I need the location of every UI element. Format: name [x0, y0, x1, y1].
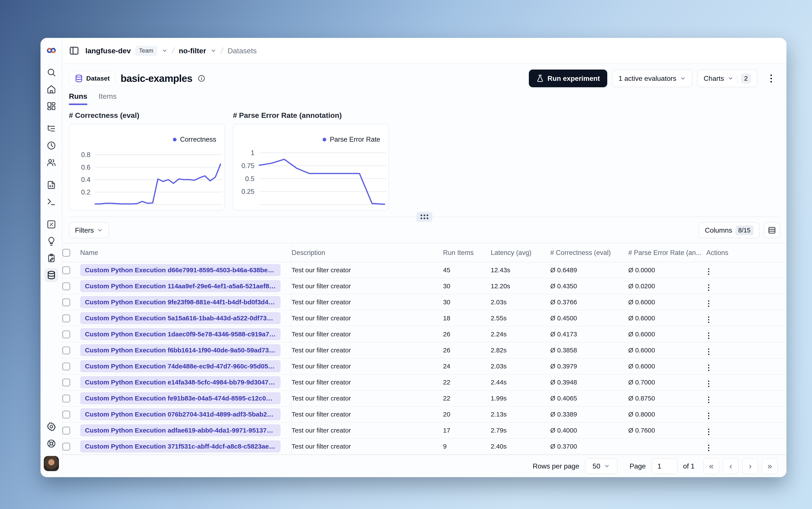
breadcrumb-project[interactable]: no-filter [179, 46, 206, 55]
row-checkbox[interactable] [62, 331, 70, 338]
sidebar-item-sessions[interactable] [44, 139, 58, 152]
sidebar-item-annotation[interactable] [44, 251, 58, 265]
breadcrumb: langfuse-dev Team / no-filter / Datasets [86, 46, 257, 56]
svg-text:0.2: 0.2 [81, 189, 91, 196]
desktop-background: langfuse-dev Team / no-filter / Datasets [0, 0, 812, 509]
first-page-button[interactable]: « [703, 458, 719, 474]
select-all-checkbox[interactable] [62, 249, 70, 257]
row-checkbox[interactable] [62, 314, 70, 322]
table-row: Custom Python Execution 74de488e-ec9d-47… [62, 358, 786, 374]
row-actions-kebab[interactable] [706, 267, 711, 277]
row-checkbox[interactable] [62, 299, 70, 306]
column-header-latency[interactable]: Latency (avg) [491, 243, 550, 262]
column-header-correctness[interactable]: # Correctness (eval) [550, 243, 628, 262]
run-name-link[interactable]: Custom Python Execution fe91b83e-04a5-47… [80, 392, 280, 404]
svg-text:0.8: 0.8 [81, 151, 91, 159]
run-items-count: 22 [443, 390, 491, 406]
sidebar-item-evaluators[interactable] [44, 217, 58, 231]
drag-handle[interactable] [416, 212, 433, 222]
chevron-down-icon[interactable] [210, 48, 216, 54]
row-checkbox[interactable] [62, 395, 70, 402]
charts-count-badge: 2 [741, 73, 751, 83]
row-actions-kebab[interactable] [706, 427, 711, 437]
run-name-link[interactable]: Custom Python Execution 1daec0f9-5e78-43… [80, 328, 280, 340]
run-parse-error: Ø 0.6000 [628, 326, 706, 342]
charts-dropdown[interactable]: Charts 2 [697, 70, 757, 87]
sidebar-item-search[interactable] [44, 65, 58, 79]
row-checkbox[interactable] [62, 282, 70, 290]
tab-runs[interactable]: Runs [69, 92, 87, 105]
sidebar-toggle-button[interactable] [69, 45, 79, 56]
row-checkbox[interactable] [62, 411, 70, 418]
columns-button[interactable]: Columns 8/15 [699, 222, 759, 238]
correctness-chart: 0.20.40.60.8 Correctness [69, 124, 225, 210]
page-number-input[interactable] [651, 458, 677, 474]
row-actions-kebab[interactable] [706, 363, 711, 373]
run-name-link[interactable]: Custom Python Execution e14fa348-5cfc-49… [80, 376, 280, 388]
run-name-link[interactable]: Custom Python Execution 5a15a616-1bab-44… [80, 312, 280, 324]
database-icon [74, 74, 83, 83]
column-header-description[interactable]: Description [292, 243, 443, 262]
sidebar-item-playground[interactable] [44, 195, 58, 209]
sidebar-item-home[interactable] [44, 82, 58, 96]
breadcrumb-org[interactable]: langfuse-dev [86, 46, 131, 55]
row-checkbox[interactable] [62, 443, 70, 450]
terminal-icon [46, 197, 56, 207]
run-parse-error: Ø 0.0000 [628, 262, 706, 278]
sidebar-item-dashboards[interactable] [44, 99, 58, 113]
columns-count-badge: 8/15 [735, 226, 753, 235]
row-checkbox[interactable] [62, 346, 70, 354]
run-name-link[interactable]: Custom Python Execution 114aa9ef-29e6-4e… [80, 280, 280, 292]
prev-page-button[interactable]: ‹ [723, 458, 739, 474]
panel-left-icon [69, 45, 79, 56]
column-header-run-items[interactable]: Run Items [443, 243, 491, 262]
row-height-button[interactable] [764, 222, 780, 238]
info-icon[interactable] [198, 74, 205, 82]
row-checkbox[interactable] [62, 427, 70, 435]
row-actions-kebab[interactable] [706, 395, 711, 405]
run-name-link[interactable]: Custom Python Execution 076b2704-341d-48… [80, 408, 280, 420]
row-checkbox[interactable] [62, 379, 70, 386]
next-page-button[interactable]: › [742, 458, 758, 474]
sidebar-item-datasets[interactable] [44, 268, 58, 282]
row-actions-kebab[interactable] [706, 315, 711, 325]
breadcrumb-section[interactable]: Datasets [228, 46, 257, 55]
chevron-down-icon[interactable] [162, 48, 168, 54]
column-header-name[interactable]: Name [80, 243, 292, 262]
langfuse-logo-icon[interactable] [46, 45, 57, 56]
row-actions-kebab[interactable] [706, 443, 711, 453]
rows-per-page-select[interactable]: 50 [585, 458, 617, 474]
row-actions-kebab[interactable] [706, 331, 711, 341]
table-row: Custom Python Execution e14fa348-5cfc-49… [62, 374, 786, 390]
run-name-link[interactable]: Custom Python Execution adfae619-abb0-4d… [80, 424, 280, 436]
row-actions-kebab[interactable] [706, 283, 711, 293]
run-experiment-button[interactable]: Run experiment [529, 70, 607, 87]
run-latency: 12.43s [491, 262, 550, 278]
run-name-link[interactable]: Custom Python Execution 9fe23f98-881e-44… [80, 296, 280, 308]
run-name-link[interactable]: Custom Python Execution 371f531c-abff-4d… [80, 440, 280, 452]
row-checkbox[interactable] [62, 363, 70, 370]
row-checkbox[interactable] [62, 266, 70, 274]
run-items-count: 20 [443, 406, 491, 422]
sidebar-item-users[interactable] [44, 156, 58, 169]
run-name-link[interactable]: Custom Python Execution 74de488e-ec9d-47… [80, 360, 280, 372]
sidebar-item-support[interactable] [44, 437, 58, 450]
last-page-button[interactable]: » [762, 458, 778, 474]
run-name-link[interactable]: Custom Python Execution d66e7991-8595-45… [80, 264, 280, 276]
user-avatar[interactable] [44, 456, 59, 471]
sidebar-item-prompts[interactable] [44, 178, 58, 192]
row-actions-kebab[interactable] [706, 411, 711, 421]
page-more-actions-button[interactable] [762, 70, 780, 87]
sidebar-item-tracing[interactable] [44, 122, 58, 136]
row-actions-kebab[interactable] [706, 379, 711, 389]
column-header-parse-error[interactable]: # Parse Error Rate (an... [628, 243, 706, 262]
run-name-link[interactable]: Custom Python Execution f6bb1614-1f90-40… [80, 344, 280, 356]
filters-button[interactable]: Filters [69, 222, 109, 238]
sidebar-item-settings[interactable] [44, 420, 58, 434]
run-parse-error: Ø 0.7600 [628, 422, 706, 438]
row-actions-kebab[interactable] [706, 347, 711, 357]
tab-items[interactable]: Items [99, 92, 116, 105]
row-actions-kebab[interactable] [706, 299, 711, 309]
sidebar-item-insights[interactable] [44, 234, 58, 248]
active-evaluators-dropdown[interactable]: 1 active evaluators [612, 70, 692, 87]
